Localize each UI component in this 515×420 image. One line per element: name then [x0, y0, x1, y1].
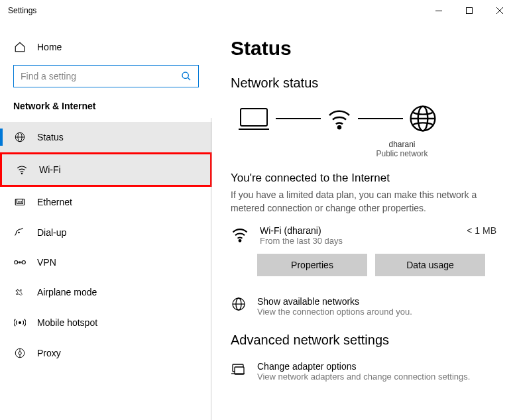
svg-point-28 — [338, 126, 341, 129]
nav-label: Airplane mode — [37, 287, 97, 297]
hotspot-icon — [13, 317, 27, 329]
nav-label: Wi-Fi — [39, 164, 61, 175]
home-nav[interactable]: Home — [0, 34, 212, 60]
svg-rect-0 — [435, 11, 442, 11]
home-label: Home — [37, 42, 62, 52]
connection-name: Wi-Fi (dharani) — [260, 225, 456, 236]
adapter-sub: View network adapters and change connect… — [257, 372, 470, 382]
computer-icon — [237, 105, 270, 132]
nav-wifi[interactable]: Wi-Fi — [0, 152, 212, 187]
available-title: Show available networks — [257, 296, 412, 307]
category-title: Network & Internet — [0, 101, 212, 122]
network-diagram — [231, 104, 496, 133]
advanced-title: Advanced network settings — [231, 333, 496, 348]
search-placeholder: Find a setting — [21, 71, 76, 81]
available-sub: View the connection options around you. — [257, 307, 412, 317]
svg-point-23 — [19, 352, 22, 355]
nav-label: Ethernet — [37, 197, 72, 207]
nav-proxy[interactable]: Proxy — [0, 338, 212, 368]
svg-point-9 — [21, 173, 23, 174]
change-adapter-options[interactable]: Change adapter options View network adap… — [231, 361, 496, 382]
nav-label: Dial-up — [37, 227, 66, 238]
wifi-diagram-icon — [326, 105, 353, 132]
page-title: Status — [231, 37, 496, 60]
nav-status[interactable]: Status — [0, 122, 212, 152]
nav-label: Proxy — [37, 348, 61, 358]
ethernet-icon — [13, 196, 27, 208]
connected-title: You're connected to the Internet — [231, 172, 496, 185]
svg-line-5 — [188, 78, 190, 80]
nav-ethernet[interactable]: Ethernet — [0, 187, 212, 217]
search-input[interactable]: Find a setting — [13, 65, 199, 87]
main-content: Status Network status dharani Public net… — [212, 21, 515, 420]
window-title: Settings — [8, 6, 36, 15]
connection-row: Wi-Fi (dharani) From the last 30 days < … — [231, 225, 496, 246]
properties-button[interactable]: Properties — [257, 254, 367, 276]
show-available-networks[interactable]: Show available networks View the connect… — [231, 296, 496, 317]
nav-vpn[interactable]: VPN — [0, 248, 212, 277]
svg-rect-26 — [241, 109, 267, 126]
diagram-labels: dharani Public network — [308, 140, 496, 158]
network-status-title: Network status — [231, 76, 496, 91]
nav-label: VPN — [37, 257, 56, 268]
network-name: dharani — [308, 140, 496, 149]
maximize-button[interactable] — [454, 0, 485, 21]
search-icon — [181, 71, 192, 81]
nav-label: Status — [37, 132, 64, 142]
svg-point-4 — [182, 72, 188, 78]
sidebar: Home Find a setting Network & Internet S… — [0, 21, 212, 420]
status-icon — [13, 131, 27, 143]
wifi-icon — [15, 164, 29, 176]
minimize-button[interactable] — [424, 0, 454, 21]
connected-desc: If you have a limited data plan, you can… — [231, 189, 496, 215]
network-type: Public network — [308, 149, 496, 158]
connection-wifi-icon — [231, 225, 249, 244]
nav-hotspot[interactable]: Mobile hotspot — [0, 307, 212, 338]
vpn-icon — [13, 258, 27, 267]
nav-dialup[interactable]: Dial-up — [0, 217, 212, 248]
nav-label: Mobile hotspot — [37, 317, 97, 328]
data-usage-button[interactable]: Data usage — [375, 254, 485, 276]
svg-point-15 — [19, 232, 20, 233]
svg-rect-37 — [235, 367, 244, 374]
svg-point-17 — [22, 261, 25, 264]
window-controls — [424, 0, 515, 21]
dialup-icon — [13, 227, 27, 238]
svg-point-21 — [19, 322, 21, 324]
nav-airplane[interactable]: Airplane mode — [0, 277, 212, 307]
airplane-icon — [13, 286, 27, 298]
adapter-icon — [231, 361, 247, 377]
globe-diagram-icon — [408, 104, 437, 133]
connection-usage: < 1 MB — [467, 225, 496, 236]
adapter-title: Change adapter options — [257, 361, 470, 372]
svg-rect-1 — [467, 8, 473, 14]
close-button[interactable] — [485, 0, 515, 21]
home-icon — [13, 41, 27, 53]
divider — [211, 118, 211, 420]
globe-icon — [231, 296, 247, 312]
svg-point-16 — [15, 261, 18, 264]
proxy-icon — [13, 347, 27, 359]
connection-sub: From the last 30 days — [260, 236, 456, 246]
svg-point-32 — [239, 240, 241, 242]
